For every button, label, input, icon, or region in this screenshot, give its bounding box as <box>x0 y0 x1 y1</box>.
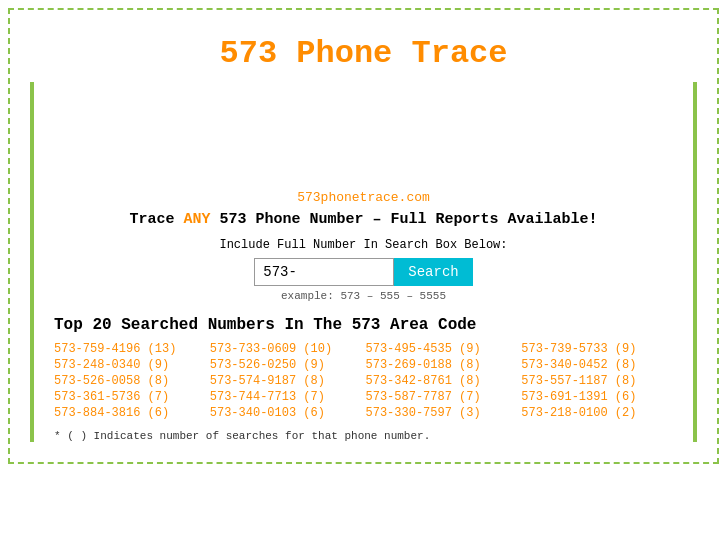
number-link[interactable]: 573-340-0103 (6) <box>210 406 362 420</box>
number-link[interactable]: 573-248-0340 (9) <box>54 358 206 372</box>
numbers-grid: 573-759-4196 (13)573-733-0609 (10)573-49… <box>54 342 673 420</box>
search-button[interactable]: Search <box>394 258 472 286</box>
ad-space <box>54 82 673 182</box>
number-link[interactable]: 573-557-1187 (8) <box>521 374 673 388</box>
number-link[interactable]: 573-587-7787 (7) <box>366 390 518 404</box>
tagline-highlight: ANY <box>183 211 210 228</box>
number-link[interactable]: 573-526-0058 (8) <box>54 374 206 388</box>
number-link[interactable]: 573-495-4535 (9) <box>366 342 518 356</box>
number-link[interactable]: 573-340-0452 (8) <box>521 358 673 372</box>
number-link[interactable]: 573-361-5736 (7) <box>54 390 206 404</box>
number-link[interactable]: 573-269-0188 (8) <box>366 358 518 372</box>
tagline-suffix: 573 Phone Number – Full Reports Availabl… <box>210 211 597 228</box>
number-link[interactable]: 573-733-0609 (10) <box>210 342 362 356</box>
tagline-prefix: Trace <box>129 211 183 228</box>
number-link[interactable]: 573-884-3816 (6) <box>54 406 206 420</box>
page-title: 573 Phone Trace <box>30 20 697 82</box>
number-link[interactable]: 573-330-7597 (3) <box>366 406 518 420</box>
tagline: Trace ANY 573 Phone Number – Full Report… <box>54 211 673 228</box>
search-label: Include Full Number In Search Box Below: <box>54 238 673 252</box>
number-link[interactable]: 573-574-9187 (8) <box>210 374 362 388</box>
number-link[interactable]: 573-759-4196 (13) <box>54 342 206 356</box>
search-section: Include Full Number In Search Box Below:… <box>54 238 673 302</box>
search-input[interactable] <box>254 258 394 286</box>
footnote: * ( ) Indicates number of searches for t… <box>54 430 673 442</box>
number-link[interactable]: 573-739-5733 (9) <box>521 342 673 356</box>
number-link[interactable]: 573-342-8761 (8) <box>366 374 518 388</box>
number-link[interactable]: 573-691-1391 (6) <box>521 390 673 404</box>
top-numbers-title: Top 20 Searched Numbers In The 573 Area … <box>54 316 673 334</box>
number-link[interactable]: 573-526-0250 (9) <box>210 358 362 372</box>
number-link[interactable]: 573-218-0100 (2) <box>521 406 673 420</box>
search-example: example: 573 – 555 – 5555 <box>54 290 673 302</box>
search-row: Search <box>54 258 673 286</box>
number-link[interactable]: 573-744-7713 (7) <box>210 390 362 404</box>
site-url: 573phonetrace.com <box>54 190 673 205</box>
